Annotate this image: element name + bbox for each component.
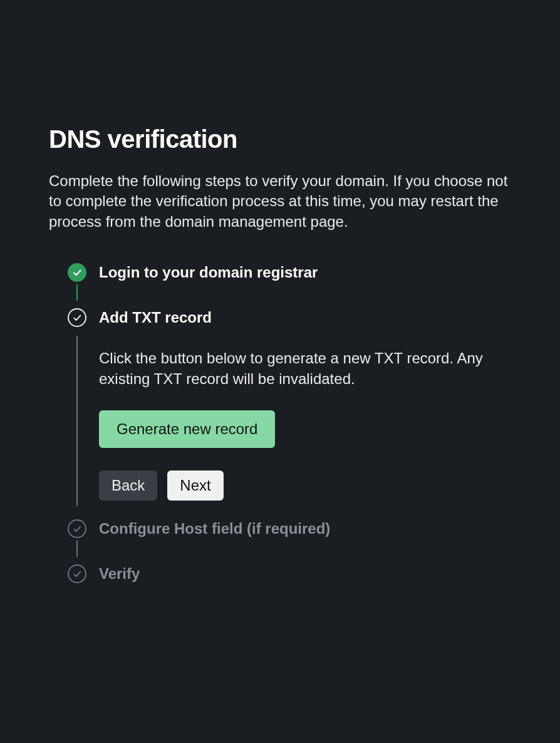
check-circle-icon: [68, 308, 86, 327]
step-connector: [76, 541, 78, 557]
step-title: Configure Host field (if required): [99, 519, 511, 538]
steps-wizard: Login to your domain registrar Add TXT r…: [49, 263, 511, 602]
next-button[interactable]: Next: [167, 470, 223, 501]
step-body: Click the button below to generate a new…: [99, 327, 511, 519]
page-title: DNS verification: [49, 125, 511, 153]
step-title: Login to your domain registrar: [99, 263, 511, 282]
step-description: Click the button below to generate a new…: [99, 348, 500, 389]
step-configure-host: Configure Host field (if required): [68, 519, 511, 564]
step-login-registrar: Login to your domain registrar: [68, 263, 511, 308]
step-connector: [76, 336, 78, 506]
back-button[interactable]: Back: [99, 470, 157, 501]
step-title: Add TXT record: [99, 308, 511, 327]
step-verify: Verify: [68, 564, 511, 602]
step-title: Verify: [99, 564, 511, 583]
step-add-txt-record: Add TXT record Click the button below to…: [68, 308, 511, 519]
step-nav-buttons: Back Next: [99, 470, 511, 501]
generate-record-button[interactable]: Generate new record: [99, 410, 275, 448]
page-description: Complete the following steps to verify y…: [49, 171, 511, 232]
check-circle-icon: [68, 263, 86, 282]
check-circle-icon: [68, 519, 86, 538]
check-circle-icon: [68, 564, 86, 583]
step-connector: [76, 284, 78, 301]
